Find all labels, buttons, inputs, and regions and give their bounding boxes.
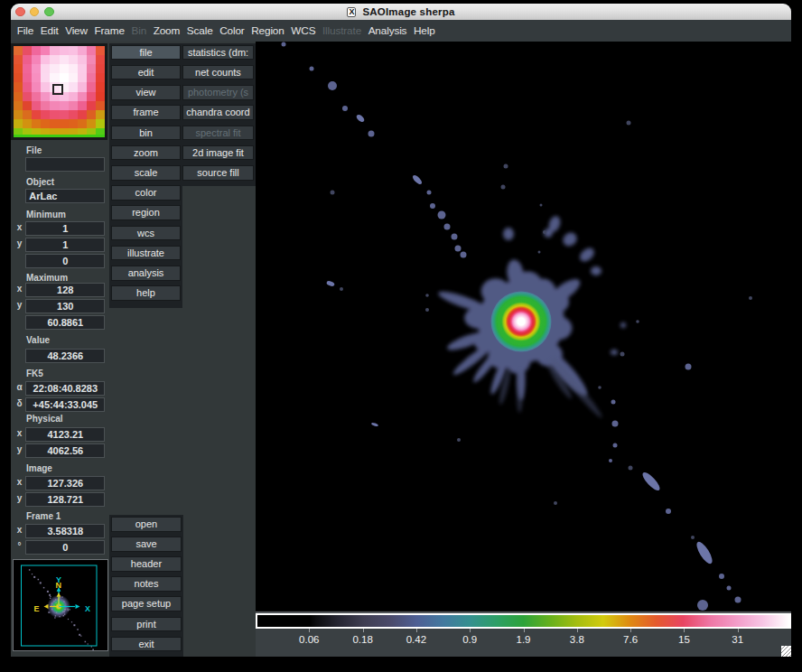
svg-text:E: E (33, 604, 39, 613)
svg-text:X: X (85, 604, 90, 613)
svg-text:N: N (55, 581, 61, 590)
